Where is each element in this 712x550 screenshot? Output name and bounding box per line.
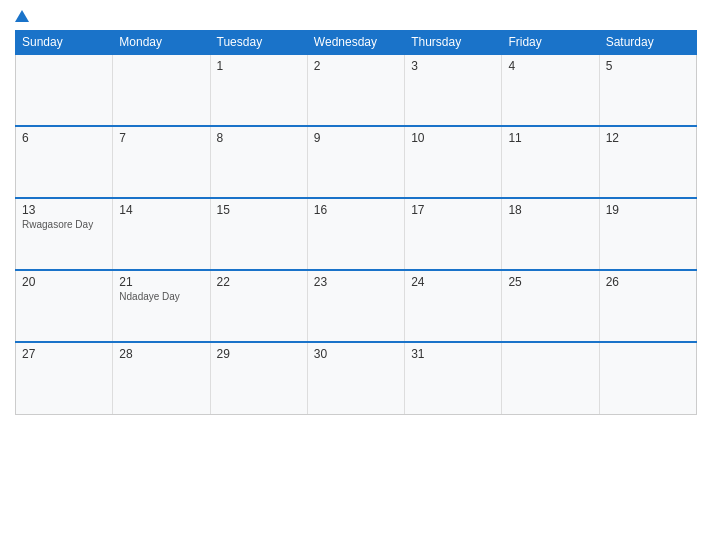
calendar-cell: 21Ndadaye Day	[113, 270, 210, 342]
weekday-header: Wednesday	[307, 31, 404, 55]
day-number: 8	[217, 131, 301, 145]
day-event: Ndadaye Day	[119, 291, 203, 302]
calendar-cell: 25	[502, 270, 599, 342]
calendar-week-row: 2728293031	[16, 342, 697, 414]
calendar-cell: 28	[113, 342, 210, 414]
calendar-week-row: 6789101112	[16, 126, 697, 198]
calendar-cell: 10	[405, 126, 502, 198]
day-number: 13	[22, 203, 106, 217]
day-number: 19	[606, 203, 690, 217]
calendar-cell: 29	[210, 342, 307, 414]
calendar-cell: 9	[307, 126, 404, 198]
day-number: 5	[606, 59, 690, 73]
calendar-week-row: 12345	[16, 54, 697, 126]
day-number: 15	[217, 203, 301, 217]
day-number: 24	[411, 275, 495, 289]
logo-blue-text	[15, 10, 31, 22]
calendar-cell: 23	[307, 270, 404, 342]
day-number: 4	[508, 59, 592, 73]
calendar-cell: 24	[405, 270, 502, 342]
weekday-header: Sunday	[16, 31, 113, 55]
calendar-cell	[599, 342, 696, 414]
calendar-cell: 12	[599, 126, 696, 198]
calendar-cell: 31	[405, 342, 502, 414]
day-number: 21	[119, 275, 203, 289]
day-number: 11	[508, 131, 592, 145]
day-number: 10	[411, 131, 495, 145]
calendar-cell: 1	[210, 54, 307, 126]
day-number: 14	[119, 203, 203, 217]
calendar-cell	[16, 54, 113, 126]
day-number: 17	[411, 203, 495, 217]
calendar-page: SundayMondayTuesdayWednesdayThursdayFrid…	[0, 0, 712, 550]
calendar-cell: 22	[210, 270, 307, 342]
weekday-header: Friday	[502, 31, 599, 55]
calendar-cell: 6	[16, 126, 113, 198]
calendar-cell	[502, 342, 599, 414]
day-number: 22	[217, 275, 301, 289]
calendar-cell: 7	[113, 126, 210, 198]
calendar-cell: 18	[502, 198, 599, 270]
calendar-cell: 13Rwagasore Day	[16, 198, 113, 270]
calendar-cell: 16	[307, 198, 404, 270]
calendar-cell	[113, 54, 210, 126]
calendar-cell: 20	[16, 270, 113, 342]
day-number: 9	[314, 131, 398, 145]
weekday-header: Tuesday	[210, 31, 307, 55]
weekday-header: Thursday	[405, 31, 502, 55]
calendar-cell: 8	[210, 126, 307, 198]
day-number: 28	[119, 347, 203, 361]
calendar-cell: 14	[113, 198, 210, 270]
day-number: 1	[217, 59, 301, 73]
calendar-cell: 17	[405, 198, 502, 270]
calendar-cell: 11	[502, 126, 599, 198]
calendar-cell: 30	[307, 342, 404, 414]
day-event: Rwagasore Day	[22, 219, 106, 230]
day-number: 20	[22, 275, 106, 289]
day-number: 25	[508, 275, 592, 289]
day-number: 18	[508, 203, 592, 217]
calendar-cell: 3	[405, 54, 502, 126]
day-number: 3	[411, 59, 495, 73]
day-number: 7	[119, 131, 203, 145]
calendar-cell: 26	[599, 270, 696, 342]
calendar-cell: 2	[307, 54, 404, 126]
day-number: 23	[314, 275, 398, 289]
calendar-week-row: 13Rwagasore Day141516171819	[16, 198, 697, 270]
calendar-cell: 4	[502, 54, 599, 126]
day-number: 2	[314, 59, 398, 73]
calendar-cell: 27	[16, 342, 113, 414]
calendar-cell: 19	[599, 198, 696, 270]
day-number: 30	[314, 347, 398, 361]
day-number: 29	[217, 347, 301, 361]
calendar-cell: 15	[210, 198, 307, 270]
calendar-header	[15, 10, 697, 22]
weekday-header: Saturday	[599, 31, 696, 55]
day-number: 6	[22, 131, 106, 145]
calendar-cell: 5	[599, 54, 696, 126]
day-number: 26	[606, 275, 690, 289]
day-number: 16	[314, 203, 398, 217]
weekday-header: Monday	[113, 31, 210, 55]
logo-triangle-icon	[15, 10, 29, 22]
calendar-table: SundayMondayTuesdayWednesdayThursdayFrid…	[15, 30, 697, 415]
day-number: 27	[22, 347, 106, 361]
day-number: 12	[606, 131, 690, 145]
calendar-week-row: 2021Ndadaye Day2223242526	[16, 270, 697, 342]
day-number: 31	[411, 347, 495, 361]
calendar-header-row: SundayMondayTuesdayWednesdayThursdayFrid…	[16, 31, 697, 55]
logo	[15, 10, 31, 22]
